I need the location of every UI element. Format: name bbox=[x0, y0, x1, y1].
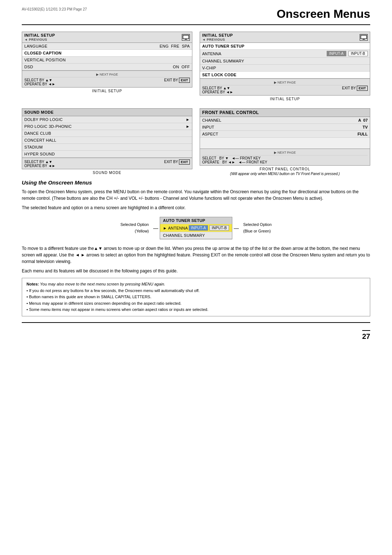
footer-select-left: SELECT BY ▲▼ bbox=[24, 78, 56, 82]
footer-exit-left: EXIT BY bbox=[164, 78, 178, 82]
vertical-position-label: VERTICAL POSITION bbox=[24, 58, 66, 62]
sound-footer-select: SELECT BY ▲▼ bbox=[24, 160, 56, 164]
menu-label-left-1: INITIAL SETUP bbox=[22, 89, 192, 93]
diagram-left-label: Selected Option (Yellow) bbox=[121, 222, 149, 234]
sound-mode-header: SOUND MODE bbox=[22, 109, 192, 116]
section-heading: Using the Onscreen Menus bbox=[22, 179, 370, 186]
set-lock-code-label: SET LOCK CODE bbox=[202, 73, 236, 77]
body-text-1: To open the Onscreen Menu system, press … bbox=[22, 189, 370, 202]
menu-item-prologic3d[interactable]: PRO LOGIC 3D-PHONIC ► bbox=[22, 123, 192, 130]
dance-club-label: DANCE CLUB bbox=[24, 131, 51, 135]
sound-footer: SELECT BY ▲▼ OPERATE BY ◄► EXIT BY EXIT bbox=[22, 158, 192, 169]
footer-exit-btn-right[interactable]: EXIT bbox=[357, 86, 368, 91]
fpc-footer-select: SELECT BY ▼ ◄— FRONT KEY bbox=[202, 156, 368, 160]
fpc-aspect-value: FULL bbox=[358, 132, 368, 136]
initial-setup-menu-left: INITIAL SETUP ◄ PREVIOUS LANGUAGE ENG FR… bbox=[22, 32, 192, 88]
fpc-channel-value: A 07 bbox=[358, 118, 368, 122]
footer-operate-right: OPERATE BY ◄► bbox=[202, 90, 233, 94]
notes-header-row: Notes: You may also move to the next men… bbox=[26, 281, 366, 288]
diagram-right-label: Selected Option (Blue or Green) bbox=[243, 222, 271, 234]
fpc-main-label: FRONT PANEL CONTROL bbox=[200, 167, 370, 171]
page-header: AV-61S902(E) 1/12/01 3:23 PM Page 27 Ons… bbox=[22, 7, 370, 21]
footer-next-page-right: ▶ NEXT PAGE bbox=[202, 80, 368, 85]
notes-bullet-3: • Menus may appear in different sizes on… bbox=[26, 300, 366, 307]
menu-item-dsd[interactable]: DSD ON OFF bbox=[22, 64, 192, 70]
menu-item-auto-tuner[interactable]: AUTO TUNER SETUP bbox=[200, 43, 370, 50]
prologic3d-arrow: ► bbox=[186, 124, 190, 129]
fpc-header: FRONT PANEL CONTROL bbox=[200, 109, 370, 117]
language-label: LANGUAGE bbox=[24, 44, 48, 48]
footer-select-right: SELECT BY ▲▼ bbox=[202, 86, 233, 90]
fpc-wrapper: FRONT PANEL CONTROL CHANNEL A 07 INPUT T… bbox=[200, 108, 370, 176]
menu-item-closed-caption[interactable]: CLOSED CAPTION bbox=[22, 50, 192, 57]
notes-box: Notes: You may also move to the next men… bbox=[22, 278, 370, 316]
fpc-footer: ▶ NEXT PAGE SELECT BY ▼ ◄— FRONT KEY OPE… bbox=[200, 149, 370, 165]
front-panel-control-menu: FRONT PANEL CONTROL CHANNEL A 07 INPUT T… bbox=[200, 108, 370, 166]
menu-item-language[interactable]: LANGUAGE ENG FRE SPA bbox=[22, 43, 192, 50]
footer-controls-right: SELECT BY ▲▼ OPERATE BY ◄► EXIT BY EXIT bbox=[202, 85, 368, 94]
menu-item-set-lock-code[interactable]: SET LOCK CODE bbox=[200, 72, 370, 78]
footer-operate-left: OPERATE BY ◄► bbox=[24, 82, 56, 86]
notes-bullet-1: • If you do not press any buttons for a … bbox=[26, 288, 366, 294]
channel-summary-label: CHANNEL SUMMARY bbox=[202, 59, 244, 63]
fpc-input-label: INPUT bbox=[202, 125, 214, 129]
hyper-sound-label: HYPER SOUND bbox=[24, 152, 55, 156]
dsd-label: DSD bbox=[24, 65, 33, 69]
menu-item-vertical-position[interactable]: VERTICAL POSITION bbox=[22, 57, 192, 64]
svg-rect-1 bbox=[185, 39, 187, 40]
fpc-input-row[interactable]: INPUT TV bbox=[200, 124, 370, 131]
svg-rect-2 bbox=[361, 35, 367, 39]
antenna-input-b[interactable]: INPUT-B bbox=[348, 51, 368, 56]
body-text-2: The selected feature and option on a men… bbox=[22, 204, 370, 211]
prologic3d-label: PRO LOGIC 3D-PHONIC bbox=[24, 124, 72, 129]
menu-label-right-1: INITIAL SETUP bbox=[200, 97, 370, 101]
notes-bold-label: Notes: bbox=[26, 282, 39, 286]
menu-header-right: INITIAL SETUP ◄ PREVIOUS bbox=[200, 32, 370, 43]
diagram-yellow-label: (Yellow) bbox=[121, 228, 149, 235]
dsd-options: ON OFF bbox=[173, 65, 190, 69]
menu-item-channel-summary[interactable]: CHANNEL SUMMARY bbox=[200, 58, 370, 65]
menu-title-left: INITIAL SETUP bbox=[24, 33, 55, 37]
sound-footer-exit-btn[interactable]: EXIT bbox=[179, 159, 190, 165]
menu-title-right: INITIAL SETUP bbox=[202, 33, 233, 37]
initial-setup-menu-right: INITIAL SETUP ◄ PREVIOUS AUTO TUNER SETU… bbox=[200, 32, 370, 96]
closed-caption-label: CLOSED CAPTION bbox=[24, 51, 62, 55]
antenna-label: ANTENNA bbox=[202, 52, 221, 56]
bottom-rule bbox=[22, 322, 370, 323]
sound-footer-operate: OPERATE BY ◄► bbox=[24, 164, 56, 168]
menu-item-stadium[interactable]: STADIUM bbox=[22, 144, 192, 151]
top-rule bbox=[22, 24, 370, 25]
menu-item-dolby[interactable]: DOLBY PRO LOGIC ► bbox=[22, 116, 192, 123]
menu-item-v-chip[interactable]: V-CHIP bbox=[200, 65, 370, 72]
dolby-label: DOLBY PRO LOGIC bbox=[24, 117, 63, 122]
menu-item-antenna[interactable]: ANTENNA INPUT-A INPUT-B bbox=[200, 50, 370, 58]
doc-info: AV-61S902(E) 1/12/01 3:23 PM Page 27 bbox=[22, 7, 277, 11]
diagram-selected-option-right: Selected Option bbox=[243, 222, 271, 228]
sound-footer-controls: SELECT BY ▲▼ OPERATE BY ◄► EXIT BY EXIT bbox=[24, 159, 190, 168]
menu-tv-icon-left bbox=[182, 34, 190, 41]
diagram-menu-channel-summary: CHANNEL SUMMARY bbox=[160, 232, 232, 239]
page-number-area: 27 bbox=[22, 330, 370, 341]
sound-mode-wrapper: SOUND MODE DOLBY PRO LOGIC ► PRO LOGIC 3… bbox=[22, 108, 192, 176]
page-number: 27 bbox=[362, 330, 370, 341]
sound-footer-exit: EXIT BY bbox=[164, 160, 178, 164]
fpc-aspect-row[interactable]: ASPECT FULL bbox=[200, 131, 370, 138]
antenna-input-a[interactable]: INPUT-A bbox=[327, 51, 346, 56]
menu-item-concert-hall[interactable]: CONCERT HALL bbox=[22, 137, 192, 144]
left-menu-1-wrapper: INITIAL SETUP ◄ PREVIOUS LANGUAGE ENG FR… bbox=[22, 32, 192, 101]
menu-item-hyper-sound[interactable]: HYPER SOUND bbox=[22, 151, 192, 158]
v-chip-label: V-CHIP bbox=[202, 66, 216, 70]
page-title: Onscreen Menus bbox=[277, 7, 370, 20]
footer-exit-btn-left[interactable]: EXIT bbox=[179, 78, 190, 83]
footer-controls-left: SELECT BY ▲▼ OPERATE BY ◄► EXIT BY EXIT bbox=[24, 77, 190, 86]
menu-item-dance-club[interactable]: DANCE CLUB bbox=[22, 130, 192, 137]
fpc-footer-operate: OPERATE BY ◄► ◄— FRONT KEY bbox=[202, 160, 368, 164]
fpc-channel-row[interactable]: CHANNEL A 07 bbox=[200, 117, 370, 124]
diagram-selected-option-label: Selected Option bbox=[121, 222, 149, 228]
sound-mode-label: SOUND MODE bbox=[22, 171, 192, 175]
sound-mode-menu: SOUND MODE DOLBY PRO LOGIC ► PRO LOGIC 3… bbox=[22, 108, 192, 169]
top-menus-row: INITIAL SETUP ◄ PREVIOUS LANGUAGE ENG FR… bbox=[22, 32, 370, 101]
menu-footer-left: ▶ NEXT PAGE SELECT BY ▲▼ OPERATE BY ◄► E… bbox=[22, 70, 192, 87]
diagram-arrow-right: — bbox=[234, 225, 239, 231]
diagram-area: Selected Option (Yellow) — AUTO TUNER SE… bbox=[22, 217, 370, 239]
